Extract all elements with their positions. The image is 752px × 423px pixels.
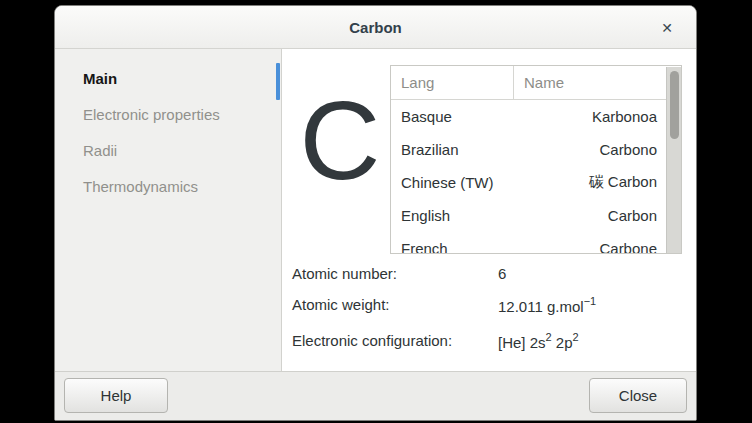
cell-lang: Basque xyxy=(391,108,592,125)
column-header-name[interactable]: Name xyxy=(514,66,681,99)
electronic-configuration-label: Electronic configuration: xyxy=(292,332,498,351)
titlebar[interactable]: Carbon ✕ xyxy=(55,6,696,49)
sidebar: Main Electronic properties Radii Thermod… xyxy=(55,49,282,371)
sidebar-item-main[interactable]: Main xyxy=(55,61,281,97)
table-row[interactable]: Basque Karbonoa xyxy=(391,100,681,133)
atomic-number-value: 6 xyxy=(498,265,506,282)
dialog-body: Main Electronic properties Radii Thermod… xyxy=(55,49,696,371)
table-header-row: Lang Name xyxy=(391,66,681,100)
table-row[interactable]: French Carbone xyxy=(391,232,681,254)
main-panel: C Lang Name Basque Karbonoa Brazilian Ca… xyxy=(282,49,696,371)
electronic-configuration-value: [He] 2s2 2p2 xyxy=(498,332,579,351)
cell-lang: Brazilian xyxy=(391,141,599,158)
action-bar: Help Close xyxy=(55,371,696,420)
close-button[interactable]: Close xyxy=(589,378,687,413)
sidebar-item-thermodynamics[interactable]: Thermodynamics xyxy=(55,169,281,205)
atomic-weight-row: Atomic weight: 12.011 g.mol−1 xyxy=(292,296,596,315)
table-scrollbar-thumb[interactable] xyxy=(670,71,679,139)
table-row[interactable]: Chinese (TW) 碳 Carbon xyxy=(391,166,681,199)
element-symbol: C xyxy=(294,85,386,197)
screen-background: Carbon ✕ Main Electronic properties Radi… xyxy=(0,0,752,423)
column-header-lang[interactable]: Lang xyxy=(391,66,514,99)
sidebar-item-electronic-properties[interactable]: Electronic properties xyxy=(55,97,281,133)
atomic-weight-label: Atomic weight: xyxy=(292,296,498,315)
atomic-number-label: Atomic number: xyxy=(292,265,498,282)
cell-lang: Chinese (TW) xyxy=(391,174,589,191)
cell-lang: French xyxy=(391,240,599,254)
window-title: Carbon xyxy=(349,19,402,36)
table-scrollbar[interactable] xyxy=(666,67,681,253)
carbon-dialog-window: Carbon ✕ Main Electronic properties Radi… xyxy=(54,5,697,421)
atomic-number-row: Atomic number: 6 xyxy=(292,265,506,282)
table-row[interactable]: Brazilian Carbono xyxy=(391,133,681,166)
cell-lang: English xyxy=(391,207,608,224)
close-icon[interactable]: ✕ xyxy=(652,6,682,49)
sidebar-item-radii[interactable]: Radii xyxy=(55,133,281,169)
table-row[interactable]: English Carbon xyxy=(391,199,681,232)
element-names-table[interactable]: Lang Name Basque Karbonoa Brazilian Carb… xyxy=(390,65,682,254)
help-button[interactable]: Help xyxy=(64,378,168,413)
sidebar-scrollbar[interactable] xyxy=(276,63,280,100)
electronic-configuration-row: Electronic configuration: [He] 2s2 2p2 xyxy=(292,332,579,351)
atomic-weight-value: 12.011 g.mol−1 xyxy=(498,296,596,315)
